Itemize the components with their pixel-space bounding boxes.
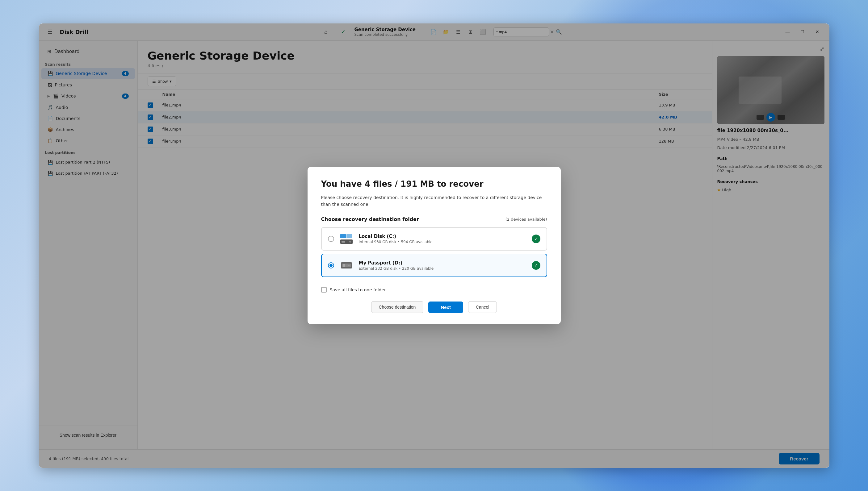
save-one-folder-checkbox[interactable]: [321, 287, 327, 293]
modal-section-label: Choose recovery destination folder (2 de…: [321, 216, 547, 222]
cancel-button[interactable]: Cancel: [468, 301, 497, 313]
device-item-local-c[interactable]: Local Disk (C:) Internal 930 GB disk • 5…: [321, 227, 547, 251]
modal-title: You have 4 files / 191 MB to recover: [321, 179, 547, 189]
radio-local-c[interactable]: [328, 236, 334, 242]
svg-rect-8: [348, 265, 349, 266]
device-check-my-passport: ✓: [532, 261, 540, 270]
device-desc-local-c: Internal 930 GB disk • 594 GB available: [359, 240, 527, 244]
section-label-text: Choose recovery destination folder: [321, 216, 419, 222]
svg-rect-7: [343, 264, 345, 267]
svg-rect-3: [341, 241, 345, 242]
device-item-my-passport[interactable]: My Passport (D:) External 232 GB disk • …: [321, 254, 547, 277]
next-button[interactable]: Next: [428, 301, 463, 313]
modal-desc-text: Please choose recovery destination. It i…: [321, 195, 542, 207]
save-one-folder-row: Save all files to one folder: [321, 287, 547, 293]
device-list: Local Disk (C:) Internal 930 GB disk • 5…: [321, 227, 547, 277]
save-one-folder-label: Save all files to one folder: [330, 287, 386, 292]
radio-inner-my-passport: [330, 264, 333, 267]
devices-count: (2 devices available): [505, 217, 547, 222]
svg-rect-0: [340, 234, 346, 238]
modal-overlay: You have 4 files / 191 MB to recover Ple…: [39, 24, 830, 468]
local-disk-icon: [339, 233, 354, 245]
device-name-my-passport: My Passport (D:): [359, 260, 527, 266]
svg-point-4: [349, 241, 351, 242]
device-info-local-c: Local Disk (C:) Internal 930 GB disk • 5…: [359, 234, 527, 244]
device-info-my-passport: My Passport (D:) External 232 GB disk • …: [359, 260, 527, 271]
app-window: ☰ Disk Drill ⌂ ✓ Generic Storage Device …: [39, 24, 830, 468]
choose-destination-button[interactable]: Choose destination: [371, 301, 424, 313]
radio-my-passport[interactable]: [328, 262, 334, 268]
modal-buttons: Choose destination Next Cancel: [321, 301, 547, 313]
passport-drive-icon: [339, 259, 354, 271]
recovery-modal: You have 4 files / 191 MB to recover Ple…: [308, 167, 561, 324]
device-desc-my-passport: External 232 GB disk • 220 GB available: [359, 266, 527, 271]
svg-rect-1: [346, 234, 352, 238]
modal-description: Please choose recovery destination. It i…: [321, 194, 547, 208]
device-name-local-c: Local Disk (C:): [359, 234, 527, 239]
device-check-local-c: ✓: [532, 235, 540, 243]
